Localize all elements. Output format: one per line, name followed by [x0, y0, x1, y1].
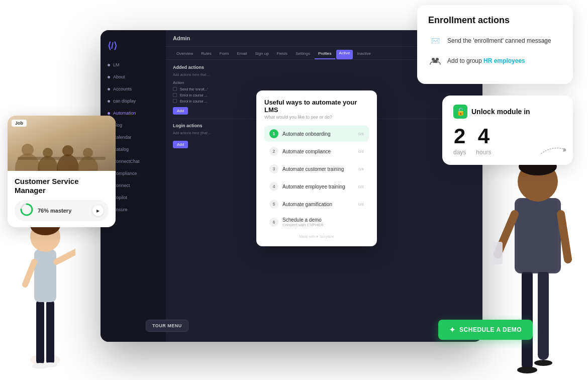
modal-item-num-3: 3	[269, 164, 278, 173]
modal-item-text-4: Automate employee training	[282, 184, 354, 189]
tab-profiles[interactable]: Profiles	[315, 50, 335, 59]
svg-point-10	[83, 148, 93, 158]
unlock-title: Unlock module in	[471, 108, 530, 116]
modal-item-num-4: 4	[269, 182, 278, 191]
svg-line-23	[25, 262, 34, 284]
job-badge: Job	[12, 120, 27, 127]
add-login-action-button[interactable]: Add	[173, 141, 188, 148]
modal-item-5[interactable]: 5 Automate gamification 0/8	[264, 196, 369, 212]
enrollment-row-2: Add to group HR employees	[428, 54, 562, 68]
unlock-hours-num: 4	[478, 126, 489, 147]
job-card-title: Customer Service Manager	[15, 177, 109, 195]
unlock-days-num: 2	[454, 126, 465, 147]
modal-item-text-3: Automate customer training	[282, 166, 354, 172]
svg-rect-11	[18, 157, 106, 160]
modal-item-3[interactable]: 3 Automate customer training 0/8	[264, 161, 369, 177]
action-text-1: Send the 'enroll...'	[180, 87, 208, 91]
admin-title: Admin	[173, 35, 190, 41]
sidebar-item-display[interactable]: can display	[101, 96, 166, 107]
people-illustration	[8, 131, 116, 171]
unlock-hours-label: hours	[476, 149, 491, 156]
modal-item-badge-4: 0/8	[358, 184, 364, 189]
modal-title: Useful ways to automate your LMS	[264, 99, 369, 114]
unlock-numbers: 2 days 4 hours	[453, 126, 562, 156]
enrollment-row-1: ✉️ Send the 'enrollment' canned message	[428, 34, 562, 48]
modal-footer: Made with ♥ Storylane	[264, 235, 369, 238]
unlock-module-card: 🔓 Unlock module in 2 days 4 hours	[442, 96, 573, 165]
svg-point-6	[43, 148, 53, 158]
job-card: Job Customer Service Manager 76% mastery	[8, 116, 116, 227]
enrollment-row1-text: Send the 'enrollment' canned message	[447, 37, 551, 44]
modal-subtitle: What would you like to see or do?	[264, 115, 369, 120]
inactive-label: Inactive	[354, 50, 374, 59]
modal-item-1[interactable]: 1 Automate onboarding 0/8	[264, 126, 369, 142]
modal-item-badge-1: 0/8	[358, 132, 364, 136]
tab-email[interactable]: Email	[233, 50, 250, 59]
svg-point-27	[534, 360, 552, 366]
modal-item-text-6: Schedule a demo	[282, 217, 364, 223]
group-icon	[428, 54, 442, 68]
enrollment-actions-card: Enrollment actions ✉️ Send the 'enrollme…	[417, 5, 573, 84]
modal-item-text-1: Automate onboarding	[282, 131, 354, 137]
enrollment-link: HR employees	[483, 57, 525, 64]
modal-item-2[interactable]: 2 Automate compliance 0/8	[264, 143, 369, 159]
schedule-label: SCHEDULE A DEMO	[459, 326, 522, 333]
svg-line-22	[56, 247, 75, 262]
action-checkbox-1[interactable]	[173, 87, 177, 91]
svg-rect-33	[493, 242, 503, 264]
modal-item-sub-6: Connect with CYPHER	[282, 223, 364, 227]
tab-signup[interactable]: Sign up	[251, 50, 272, 59]
svg-point-26	[517, 366, 537, 373]
envelope-icon: ✉️	[428, 34, 442, 48]
svg-point-3	[15, 153, 40, 171]
action-checkbox-2[interactable]	[173, 93, 177, 97]
modal-item-badge-5: 0/8	[358, 202, 364, 207]
action-checkbox-3[interactable]	[173, 99, 177, 103]
tab-form[interactable]: Form	[216, 50, 233, 59]
unlock-days-group: 2 days	[453, 126, 466, 156]
job-card-mastery-row: 76% mastery ▶	[15, 200, 109, 221]
mastery-play-button[interactable]: ▶	[92, 205, 104, 216]
mastery-text: 76% mastery	[38, 208, 71, 214]
unlock-days-label: days	[453, 149, 466, 156]
lock-icon: 🔓	[453, 105, 467, 119]
modal-item-badge-2: 0/8	[358, 149, 364, 154]
svg-point-4	[22, 144, 34, 156]
enrollment-title: Enrollment actions	[428, 15, 562, 26]
svg-point-8	[62, 145, 73, 156]
modal-item-num-6: 6	[269, 218, 278, 227]
modal-item-num-2: 2	[269, 147, 278, 156]
job-card-body: Customer Service Manager 76% mastery ▶	[8, 171, 116, 227]
admin-logo: ⟨/⟩	[101, 36, 166, 58]
svg-rect-15	[36, 300, 44, 365]
mastery-donut-chart	[20, 203, 34, 217]
svg-rect-19	[34, 249, 56, 302]
schedule-icon: ✦	[449, 326, 456, 334]
sidebar-item-about[interactable]: About	[101, 71, 166, 82]
action-text-3: Enrol in course ...	[180, 100, 207, 103]
tab-rules[interactable]: Rules	[198, 50, 215, 59]
add-action-button[interactable]: Add	[173, 107, 188, 115]
tab-overview[interactable]: Overview	[173, 50, 197, 59]
mastery-circle-container	[20, 203, 34, 219]
schedule-demo-button[interactable]: ✦ SCHEDULE A DEMO	[438, 320, 533, 340]
tab-fields[interactable]: Fields	[273, 50, 291, 59]
automate-modal: Useful ways to automate your LMS What wo…	[256, 90, 377, 246]
sidebar-item-accounts[interactable]: Accounts	[101, 83, 166, 94]
svg-point-7	[57, 154, 79, 171]
unlock-hours-group: 4 hours	[476, 126, 491, 156]
active-status-badge: Active	[336, 50, 353, 59]
modal-item-6[interactable]: 6 Schedule a demo Connect with CYPHER	[264, 214, 369, 231]
modal-item-badge-3: 0/8	[358, 167, 364, 171]
svg-point-18	[43, 362, 57, 367]
modal-item-4[interactable]: 4 Automate employee training 0/8	[264, 178, 369, 195]
sidebar-item-lm[interactable]: LM	[101, 59, 166, 70]
tour-menu-button[interactable]: TOUR MENU	[166, 320, 188, 332]
modal-item-num-5: 5	[269, 200, 278, 209]
tab-settings[interactable]: Settings	[292, 50, 314, 59]
svg-rect-16	[46, 300, 54, 365]
svg-marker-2	[563, 148, 566, 152]
modal-item-content-6: Schedule a demo Connect with CYPHER	[282, 217, 364, 227]
unlock-header: 🔓 Unlock module in	[453, 105, 562, 119]
modal-item-text-2: Automate compliance	[282, 149, 354, 154]
